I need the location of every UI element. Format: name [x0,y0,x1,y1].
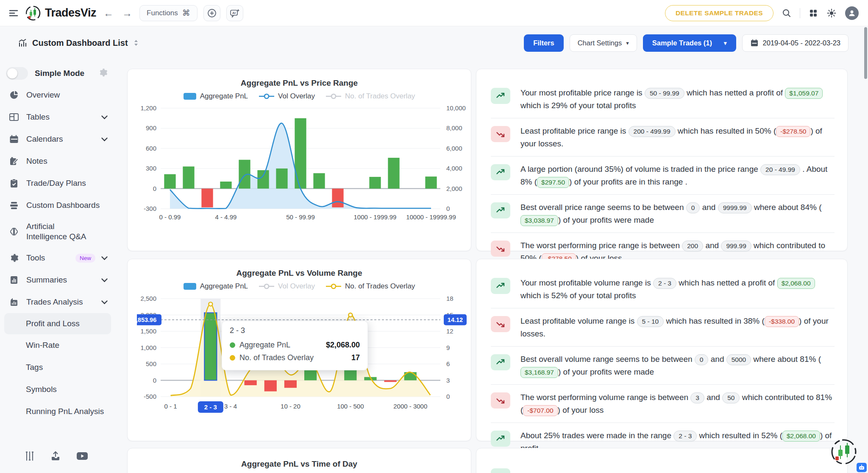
svg-text:-300: -300 [144,205,156,212]
theme-sun-icon[interactable] [826,8,837,18]
series-dot-icon [230,342,235,348]
profit-badge: $2,068.00 [782,431,820,442]
sidebar-item-custom-dashboards[interactable]: Custom Dashboards [0,194,115,216]
calendar-icon [8,134,19,144]
sidebar-item-tables[interactable]: Tables [0,106,115,128]
sidebar-item-trade-day-plans[interactable]: Trade/Day Plans [0,172,115,194]
price-insights-card: Your most profitable price range is 50 -… [476,69,848,251]
page-title: Custom Dashboard List [32,38,128,48]
trend-up-icon [491,278,510,294]
svg-text:1,853.96: 1,853.96 [137,316,156,323]
chevron-down-icon[interactable] [101,297,108,307]
svg-text:3: 3 [446,377,450,384]
insight-row: Your most profitable volume range is 2 -… [491,270,835,308]
note-icon [8,157,19,166]
sidebar-item-label: Calendars [26,134,63,144]
sidebar-item-overview[interactable]: Overview [0,84,115,106]
sidebar-item-calendars[interactable]: Calendars [0,128,115,150]
sidebar-subitem-win-rate[interactable]: Win-Rate [0,334,115,356]
legend-item-aggregate-pnl[interactable]: Aggregate PnL [184,92,248,101]
add-widget-button[interactable] [203,5,220,21]
sample-trades-dropdown[interactable]: Sample Trades (1) ▾ [643,34,736,52]
sidebar-item-label: Artificial Intelligence Q&A [26,221,90,242]
sidebar-subitem-tags[interactable]: Tags [0,356,115,378]
chevron-down-icon[interactable] [101,112,108,122]
legend-item-vol-overlay[interactable]: Vol Overlay [259,282,315,291]
insight-row: The worst performing volume range is bet… [491,385,835,423]
svg-text:0: 0 [153,377,156,384]
upload-icon[interactable] [50,451,61,462]
line-swatch-icon [326,283,341,289]
date-range-picker[interactable]: 2019-04-05 - 2022-03-23 [742,34,849,52]
forward-arrow-icon[interactable]: → [121,7,134,19]
chart-legend: Aggregate PnLVol OverlayNo. of Trades Ov… [128,281,471,291]
functions-button[interactable]: Functions ⌘ [139,5,198,21]
sidebar-item-notes[interactable]: Notes [0,150,115,172]
simple-mode-toggle[interactable] [6,67,28,80]
legend-item-no-of-trades-overlay[interactable]: No. of Trades Overlay [326,92,415,101]
profit-badge: $3,038.97 [520,215,558,226]
back-arrow-icon[interactable]: ← [102,7,115,19]
range-badge: 50 [722,392,740,403]
scrollbar[interactable] [864,27,867,79]
sidebar-item-tools[interactable]: ToolsNew [0,247,115,269]
legend-item-aggregate-pnl[interactable]: Aggregate PnL [184,282,248,291]
legend-item-vol-overlay[interactable]: Vol Overlay [259,92,315,101]
delete-sample-trades-button[interactable]: DELETE SAMPLE TRADES [665,5,773,21]
sidebar-item-artificial-intelligence-q-a[interactable]: Artificial Intelligence Q&A [0,216,115,247]
trend-down-icon [491,316,510,332]
filters-button[interactable]: Filters [524,34,564,52]
chevron-down-icon[interactable] [101,253,108,263]
sidebar-subitem-symbols[interactable]: Symbols [0,378,115,400]
sliders-icon[interactable] [25,451,35,462]
plus-circle-icon [207,8,217,18]
chat-widget-button[interactable] [857,463,867,472]
hamburger-menu-icon[interactable] [8,9,19,17]
search-icon[interactable] [782,8,791,18]
chevron-down-icon[interactable] [101,275,108,285]
line-swatch-icon [259,93,274,99]
sidebar-item-trades-analysis[interactable]: Trades Analysis [0,291,115,313]
price-range-chart[interactable]: 1,20010,0009008,0006006,0003004,00002,00… [137,104,472,224]
svg-text:900: 900 [146,124,156,132]
svg-text:1,000: 1,000 [140,344,156,351]
trend-up-icon [491,164,510,180]
trend-up-icon [491,88,510,104]
chart-title: Aggregate PnL vs Volume Range [128,269,471,278]
svg-text:6,000: 6,000 [446,145,462,152]
command-icon: ⌘ [182,8,190,18]
sidebar-item-label: Tables [26,112,50,122]
chart-title: Aggregate PnL vs Price Range [128,78,471,88]
chevron-down-icon[interactable] [101,134,108,144]
chart-settings-dropdown[interactable]: Chart Settings ▾ [570,34,637,52]
chart-legend: Aggregate PnLVol OverlayNo. of Trades Ov… [128,91,471,101]
user-avatar[interactable] [845,6,859,20]
insight-row: A large portion (around 35%) of volume i… [491,157,835,194]
range-badge: 2 - 3 [653,278,676,289]
sidebar-item-summaries[interactable]: Summaries [0,269,115,291]
chevron-down-icon: ▾ [626,40,629,46]
profit-badge: $2,068.00 [777,278,815,289]
brand-logo[interactable]: TradesViz [25,5,96,22]
brain-icon [8,227,19,236]
sort-arrows-icon[interactable] [133,39,139,47]
settings-gear-icon[interactable] [98,68,108,79]
gear-icon [8,253,19,263]
apps-grid-icon[interactable] [809,8,818,18]
chevron-down-icon: ▾ [724,40,727,46]
sidebar-subitem-profit-and-loss[interactable]: Profit and Loss [4,313,111,334]
youtube-icon[interactable] [76,451,88,462]
range-badge: 3 [690,392,704,403]
legend-item-no-of-trades-overlay[interactable]: No. of Trades Overlay [326,282,415,291]
sidebar-item-label: Notes [26,156,47,166]
time-insights-card [476,448,848,473]
ai-chat-button[interactable]: AI [226,5,243,21]
svg-text:8,000: 8,000 [446,124,462,132]
sidebar-item-label: Custom Dashboards [26,200,100,210]
trend-up-icon [491,354,510,370]
chart-card-time-of-day: Aggregate PnL vs Time of Day Aggregate P… [127,448,471,473]
svg-text:0: 0 [446,205,450,212]
insight-row: Least profitable volume range is 5 - 10 … [491,308,835,346]
svg-text:1,200: 1,200 [140,104,156,112]
sidebar-subitem-running-pnl-analysis[interactable]: Running PnL Analysis [0,400,115,423]
